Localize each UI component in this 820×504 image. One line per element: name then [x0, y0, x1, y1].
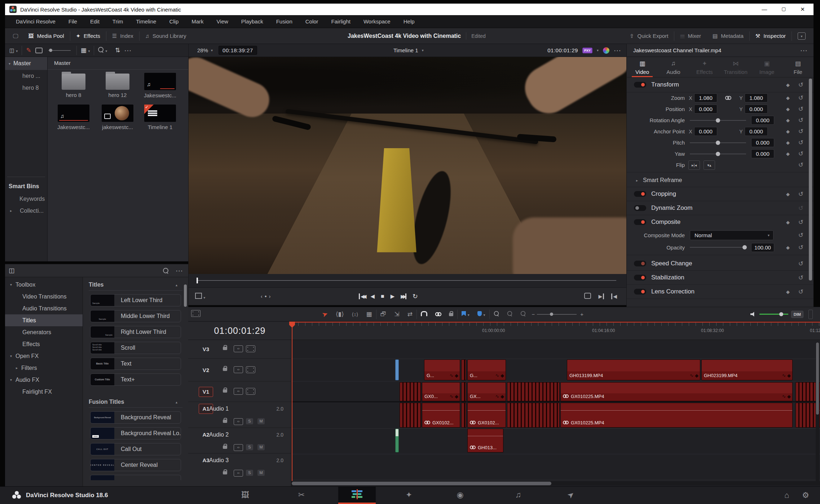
reset-icon[interactable]: ↺: [798, 150, 803, 158]
pitch-field[interactable]: 0.000: [751, 138, 774, 147]
stabilization-toggle[interactable]: [634, 275, 646, 280]
track-header-v2[interactable]: V2 ‹›: [188, 359, 291, 381]
viewer-zoom-level[interactable]: 28%: [197, 47, 208, 53]
dynamic-zoom-toggle[interactable]: [634, 205, 646, 211]
media-pool-button[interactable]: 🖽Media Pool: [22, 28, 70, 44]
menu-playback[interactable]: Playback: [241, 18, 263, 25]
menu-clip[interactable]: Clip: [169, 18, 178, 25]
tree-fairlight-fx[interactable]: Fairlight FX: [5, 386, 83, 398]
page-color[interactable]: ◉: [441, 487, 479, 504]
timeline-clip[interactable]: GX0...∿ ◆: [422, 382, 460, 401]
title-text[interactable]: Basic TitleText: [90, 358, 181, 370]
position-y-field[interactable]: 0.000: [745, 105, 768, 114]
link-clips-button[interactable]: [435, 311, 441, 318]
fusion-title-background-reveal[interactable]: Background RevealBackground Reveal: [90, 411, 181, 424]
timeline-clip[interactable]: [795, 403, 819, 428]
mute-button[interactable]: M: [257, 470, 265, 476]
rotation-slider[interactable]: [690, 120, 746, 121]
stop-button[interactable]: ■: [381, 293, 384, 300]
transform-tool-button[interactable]: ▾: [195, 293, 205, 300]
zoom-custom-button[interactable]: [520, 311, 526, 318]
grid-view-button[interactable]: ▦ ▾: [81, 47, 90, 54]
titles-scrollbar[interactable]: [184, 284, 187, 307]
selection-mode-button[interactable]: ➤: [321, 309, 329, 319]
timeline-clip[interactable]: GX0102...: [467, 403, 506, 428]
expand-panel-button[interactable]: ▾: [792, 32, 814, 40]
timeline-clip[interactable]: GX...∿ ◆: [467, 382, 506, 401]
media-item-image[interactable]: jakeswestc...: [100, 105, 136, 130]
page-fairlight[interactable]: ♫: [499, 487, 537, 504]
menu-help[interactable]: Help: [404, 18, 415, 25]
timeline-clip[interactable]: GH013...: [467, 429, 503, 452]
menu-mark[interactable]: Mark: [191, 18, 203, 25]
timeline-zoom-slider[interactable]: [537, 314, 577, 315]
track-header-a1[interactable]: A1 Audio 1 2.0 ‹› S M: [188, 402, 291, 428]
reset-icon[interactable]: ↺: [798, 190, 803, 198]
lens-correction-section[interactable]: Lens Correction ◆↺: [627, 285, 814, 299]
bin-hero8[interactable]: hero 8: [5, 82, 47, 94]
media-pool-options[interactable]: ⋯: [124, 46, 132, 55]
marker-button[interactable]: ▾: [477, 311, 485, 318]
lock-icon[interactable]: [223, 368, 227, 371]
reset-icon[interactable]: ↺: [798, 274, 803, 282]
track-header-v1[interactable]: V1 ‹›: [188, 381, 291, 402]
opacity-slider[interactable]: [690, 247, 746, 248]
bin-hero[interactable]: hero ...: [5, 70, 47, 82]
timeline-clip[interactable]: GX010225.MP4: [560, 403, 793, 428]
dynamic-zoom-section[interactable]: Dynamic Zoom ↺: [627, 201, 814, 215]
dual-screen-button[interactable]: 🖵: [5, 28, 22, 44]
zoom-detail-button[interactable]: [507, 311, 512, 318]
title-right-lower-third[interactable]: SampleRight Lower Third: [90, 326, 181, 338]
pitch-slider[interactable]: [690, 142, 746, 143]
flip-vertical-button[interactable]: ▾▴: [704, 160, 715, 170]
loop-button[interactable]: ↻: [413, 292, 418, 300]
effects-button[interactable]: ✦Effects: [70, 28, 106, 44]
titlebar[interactable]: DaVinci Resolve Studio - JakesWestCoast …: [5, 4, 814, 15]
mute-button[interactable]: M: [257, 418, 265, 424]
position-lock-button[interactable]: [449, 311, 453, 318]
bin-list-toggle[interactable]: ◫ ▾: [9, 47, 18, 54]
timeline-vscrollbar[interactable]: [816, 342, 819, 484]
yaw-slider[interactable]: [690, 154, 746, 154]
keyframe-icon[interactable]: ◆: [786, 118, 790, 123]
lock-icon[interactable]: [223, 420, 227, 423]
menu-view[interactable]: View: [217, 18, 228, 25]
usage-filter-icon[interactable]: ✎: [26, 47, 31, 54]
timeline-clip[interactable]: GH013199.MP4∿ ◆: [567, 359, 700, 380]
reset-icon[interactable]: ↺: [798, 94, 803, 102]
reset-icon[interactable]: ↺: [798, 231, 803, 239]
timeline-clip[interactable]: GX0102...: [422, 403, 460, 428]
smart-bin-collections[interactable]: ▸Collecti...: [5, 205, 47, 217]
replace-clip-button[interactable]: ⇄: [407, 310, 413, 318]
track-badge[interactable]: V1: [199, 387, 213, 397]
timeline-view-options[interactable]: [191, 310, 200, 319]
title-left-lower-third[interactable]: SampleLeft Lower Third: [90, 294, 181, 306]
search-icon[interactable]: [163, 268, 168, 273]
viewer-options[interactable]: ⋯: [614, 46, 621, 55]
reset-icon[interactable]: ↺: [798, 105, 803, 113]
jog-right-icon[interactable]: ›: [269, 293, 271, 299]
snapping-button[interactable]: [421, 311, 427, 318]
smart-reframe-section[interactable]: ▸ Smart Reframe: [627, 174, 814, 187]
position-x-field[interactable]: 0.000: [694, 105, 717, 114]
reset-icon[interactable]: ↺: [798, 139, 803, 146]
jog-icon[interactable]: ●: [265, 293, 267, 299]
keyframe-icon[interactable]: ◆: [786, 289, 790, 295]
menu-edit[interactable]: Edit: [90, 18, 100, 25]
lock-icon[interactable]: [223, 389, 227, 393]
zoom-in-button[interactable]: +: [580, 311, 583, 317]
tree-video-transitions[interactable]: Video Transitions: [5, 291, 83, 302]
cinema-mode-button[interactable]: [584, 293, 591, 300]
timeline-clip[interactable]: [461, 403, 466, 428]
playhead[interactable]: [292, 322, 292, 481]
metadata-button[interactable]: ▤Metadata: [707, 33, 749, 39]
razor-tool-button[interactable]: ▦: [366, 310, 372, 318]
menu-workspace[interactable]: Workspace: [363, 18, 391, 25]
zoom-y-field[interactable]: 1.080: [745, 93, 768, 102]
media-item-audio[interactable]: ♫Jakeswestc...: [142, 73, 178, 98]
mixer-button[interactable]: 𝄙Mixer: [674, 33, 707, 39]
timeline-clip[interactable]: [400, 403, 421, 428]
auto-select-icon[interactable]: ‹›: [234, 418, 243, 425]
track-enable-icon[interactable]: [246, 388, 255, 395]
collapse-icon[interactable]: ▴: [176, 400, 177, 404]
